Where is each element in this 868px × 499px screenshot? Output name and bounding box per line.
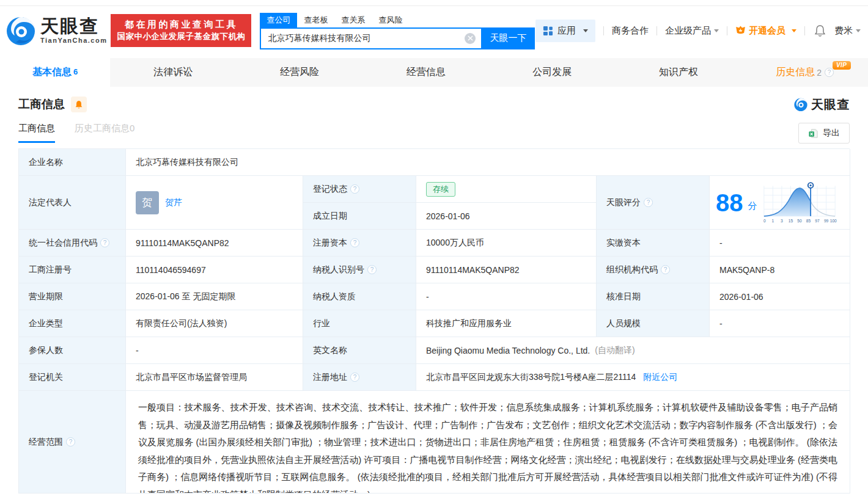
field-label: 英文名称 (303, 337, 416, 364)
field-label: 登记机关 (19, 364, 126, 391)
field-label: 行业 (303, 310, 416, 337)
tab-basic-info[interactable]: 基本信息 6 (0, 58, 110, 87)
chevron-down-icon (856, 29, 861, 32)
help-icon[interactable]: ? (350, 373, 359, 382)
org-code-label: 组织机构代码 (606, 264, 658, 275)
enterprise-products-link[interactable]: 企业级产品 (665, 25, 719, 37)
company-tabbar: 基本信息 6 法律诉讼 经营风险 经营信息 公司发展 知识产权 VIP 历史信息… (0, 58, 868, 87)
tab-operation-info[interactable]: 经营信息 (362, 58, 489, 87)
help-icon[interactable]: ? (367, 265, 377, 274)
subtab-business-info[interactable]: 工商信息 (18, 123, 55, 143)
help-icon[interactable]: ? (100, 238, 109, 247)
business-cooperation-link[interactable]: 商务合作 (612, 25, 649, 37)
field-label: 纳税人资质 (303, 283, 416, 310)
reg-capital-value: 10000万人民币 (416, 230, 597, 257)
field-label: 人员规模 (597, 310, 710, 337)
english-name-value: Beijing Qiaomu Media Technology Co., Ltd… (426, 346, 590, 355)
field-label: 成立日期 (303, 203, 416, 230)
apps-menu[interactable]: 应用 (535, 20, 595, 42)
staff-size-value: - (710, 310, 850, 337)
reg-capital-label: 注册资本 (313, 238, 347, 249)
watermark-logo: 天眼查 (793, 97, 850, 113)
taxpayer-id-label: 纳税人识别号 (313, 264, 364, 275)
svg-text:99: 99 (823, 219, 828, 223)
tab-history-info[interactable]: VIP 历史信息 2 ? (741, 58, 868, 87)
divider (804, 26, 805, 35)
main-content: 工商信息 天眼查 工商信息 历史工商信息0 (0, 95, 868, 494)
chevron-down-icon (583, 29, 588, 32)
tianyancha-logo-icon (5, 15, 37, 46)
monitor-bell-icon[interactable] (71, 97, 87, 112)
help-icon[interactable]: ? (661, 265, 670, 274)
taxpayer-qualification-value: - (416, 283, 597, 310)
enterprise-products-label: 企业级产品 (665, 25, 711, 37)
nearby-companies-link[interactable]: 附近公司 (643, 372, 677, 383)
svg-text:85: 85 (806, 219, 811, 223)
tab-company-development[interactable]: 公司发展 (489, 58, 616, 87)
search-button[interactable]: 天眼一下 (481, 27, 535, 49)
divider (727, 26, 727, 35)
help-icon[interactable]: ? (825, 68, 834, 77)
help-icon[interactable]: ? (66, 437, 75, 446)
watermark-text: 天眼查 (811, 97, 850, 113)
clear-search-icon[interactable] (465, 33, 476, 44)
open-vip-link[interactable]: 开通会员 (735, 25, 796, 37)
notification-bell-icon[interactable] (814, 24, 826, 37)
score-cell[interactable]: 88 分 (710, 176, 850, 230)
search-area: 查公司 查老板 查关系 查风险 天眼一下 (260, 12, 535, 49)
tianyancha-logo[interactable]: 天眼查 TianYanCha.com (5, 15, 107, 46)
field-label: 组织机构代码 ? (597, 257, 710, 283)
reg-address-value: 北京市昌平区回龙观东大街338号院1号楼A座二层21114 (426, 372, 636, 383)
status-badge: 存续 (426, 182, 455, 197)
reg-number-value: 110114046594697 (126, 257, 303, 283)
score-distribution-chart: 0 1 3 15 50 85 97 99 100 (762, 181, 837, 225)
user-menu[interactable]: 费米 (834, 25, 861, 37)
username-label: 费米 (834, 25, 853, 37)
watermark-logo-icon (793, 97, 808, 112)
subtab-history-business-info[interactable]: 历史工商信息0 (75, 123, 134, 141)
svg-text:1: 1 (771, 219, 774, 223)
business-scope-value: 一般项目：技术服务、技术开发、技术咨询、技术交流、技术转让、技术推广；软件开发；… (126, 391, 850, 494)
search-tab-company[interactable]: 查公司 (260, 13, 297, 27)
score-value: 88 (716, 191, 743, 215)
org-code-value: MAK5QANP-8 (710, 257, 850, 283)
search-tab-boss[interactable]: 查老板 (297, 13, 334, 27)
reg-address-cell: 北京市昌平区回龙观东大街338号院1号楼A座二层21114 附近公司 (416, 364, 850, 391)
avatar[interactable]: 贺 (136, 191, 159, 214)
credit-code-label: 统一社会信用代码 (29, 238, 97, 249)
tab-intellectual-property[interactable]: 知识产权 (616, 58, 742, 87)
tab-operation-risk[interactable]: 经营风险 (237, 58, 363, 87)
svg-text:100: 100 (829, 219, 836, 223)
approval-date-value: 2026-01-06 (710, 283, 850, 310)
help-icon[interactable]: ? (350, 184, 359, 194)
help-icon[interactable]: ? (350, 238, 359, 247)
search-tab-relation[interactable]: 查关系 (334, 13, 372, 27)
reg-status-label: 登记状态 (313, 184, 347, 195)
search-input[interactable] (260, 27, 481, 49)
search-tab-risk[interactable]: 查风险 (372, 13, 409, 27)
field-label: 参保人数 (19, 337, 126, 364)
field-label: 天眼评分 ? (597, 176, 710, 230)
svg-text:0: 0 (763, 219, 765, 223)
open-vip-label: 开通会员 (749, 25, 785, 37)
export-label: 导出 (823, 128, 840, 139)
field-label: 经营范围 ? (19, 391, 126, 494)
svg-text:50: 50 (797, 219, 802, 223)
apps-label: 应用 (557, 25, 576, 37)
tab-basic-info-label: 基本信息 (32, 66, 72, 79)
top-divider (0, 0, 868, 6)
tab-legal-proceedings[interactable]: 法律诉讼 (110, 58, 237, 87)
logo-subtitle: TianYanCha.com (40, 37, 107, 44)
business-scope-label: 经营范围 (29, 437, 63, 448)
paid-capital-value: - (710, 230, 850, 257)
field-label: 注册地址 ? (303, 364, 416, 391)
field-label: 法定代表人 (19, 176, 126, 230)
taxpayer-id-value: 91110114MAK5QANP82 (416, 257, 597, 283)
promo-banner-line1: 都在用的商业查询工具 (117, 18, 245, 31)
legal-rep-link[interactable]: 贺芹 (165, 197, 182, 208)
help-icon[interactable]: ? (644, 198, 653, 207)
business-info-table: 企业名称 北京巧幕传媒科技有限公司 法定代表人 贺 贺芹 登记状态 ? 存续 天… (18, 148, 850, 494)
excel-icon (808, 128, 818, 139)
export-button[interactable]: 导出 (798, 123, 850, 144)
header-nav: 应用 商务合作 企业级产品 开通会员 费米 (535, 20, 861, 42)
